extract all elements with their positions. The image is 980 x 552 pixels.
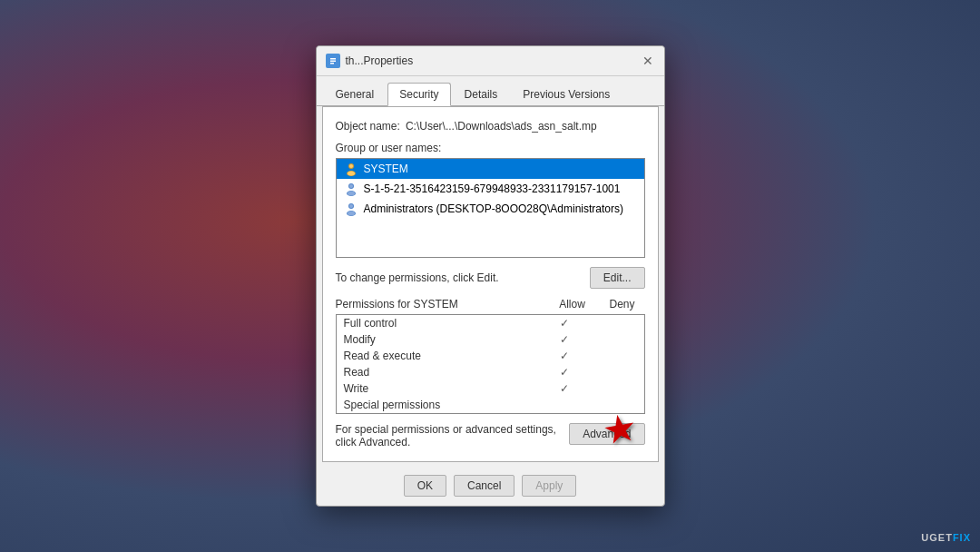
svg-point-14 [349,204,353,208]
user-list: SYSTEM S-1-5-21-3516423159-679948933-233… [336,158,645,258]
permissions-section: Permissions for SYSTEM Allow Deny Full c… [336,298,645,414]
perm-read-execute-label: Read & execute [344,350,537,362]
tab-bar: General Security Details Previous Versio… [317,76,664,106]
perm-row-read: Read ✓ [337,364,644,380]
svg-point-10 [349,184,353,188]
watermark: UGETFIX [921,532,971,543]
perm-row-full-control: Full control ✓ [337,315,644,331]
permissions-header: Permissions for SYSTEM Allow Deny [336,298,645,310]
change-perms-text: To change permissions, click Edit. [336,271,499,284]
perm-row-write: Write ✓ [337,380,644,397]
tab-details[interactable]: Details [453,83,510,106]
close-button[interactable]: ✕ [639,52,657,70]
svg-point-7 [348,172,355,176]
tab-security[interactable]: Security [387,83,450,106]
perm-row-read-execute: Read & execute ✓ [337,348,644,364]
user-icon-sid [344,182,358,196]
user-icon-system [344,162,358,176]
user-icon-admin [344,202,358,216]
svg-rect-2 [330,61,336,63]
title-bar: th...Properties ✕ [317,46,664,76]
user-item-sid[interactable]: S-1-5-21-3516423159-679948933-2331179157… [337,179,644,199]
permissions-table: Full control ✓ Modify ✓ Read & execute ✓… [336,314,645,414]
advanced-text: For special permissions or advanced sett… [336,423,561,448]
title-bar-left: th...Properties [326,54,414,68]
group-label: Group or user names: [336,142,645,154]
perm-modify-label: Modify [344,333,537,346]
object-name-label: Object name: [336,120,400,133]
user-name-system: SYSTEM [364,163,408,175]
user-name-sid: S-1-5-21-3516423159-679948933-2331179157… [364,182,621,195]
watermark-prefix: UGET [921,532,953,543]
object-name-row: Object name: C:\User\...\Downloads\ads_a… [336,120,645,133]
ok-button[interactable]: OK [404,475,446,497]
advanced-button[interactable]: Advanced [569,423,644,445]
tab-previous-versions[interactable]: Previous Versions [511,83,622,106]
perm-read-label: Read [344,366,537,379]
watermark-suffix: FIX [953,532,971,543]
svg-point-6 [349,164,353,168]
edit-button[interactable]: Edit... [590,267,645,289]
tab-content: Object name: C:\User\...\Downloads\ads_a… [322,106,659,462]
user-item-system[interactable]: SYSTEM [337,159,644,179]
properties-dialog: th...Properties ✕ General Security Detai… [316,45,665,507]
tab-general[interactable]: General [324,83,387,106]
deny-header: Deny [600,298,645,310]
perm-read-execute-allow: ✓ [537,350,592,362]
user-name-admin: Administrators (DESKTOP-8OOO28Q\Administ… [364,202,624,215]
cancel-button[interactable]: Cancel [454,475,514,497]
change-perms-row: To change permissions, click Edit. Edit.… [336,267,645,289]
apply-button[interactable]: Apply [522,475,576,497]
perm-row-modify: Modify ✓ [337,331,644,348]
perm-write-label: Write [344,382,537,395]
perm-row-special: Special permissions [337,397,644,413]
perm-read-allow: ✓ [537,366,592,379]
dialog-footer: OK Cancel Apply [317,468,664,506]
object-name-value: C:\User\...\Downloads\ads_asn_salt.mp [406,120,645,133]
user-item-admin[interactable]: Administrators (DESKTOP-8OOO28Q\Administ… [337,199,644,219]
perm-full-control-label: Full control [344,317,537,330]
perm-modify-allow: ✓ [537,333,592,346]
perm-write-allow: ✓ [537,382,592,395]
svg-point-15 [348,212,355,216]
perm-special-label: Special permissions [344,399,537,411]
svg-point-11 [348,192,355,196]
perm-full-control-allow: ✓ [537,317,592,330]
advanced-row: For special permissions or advanced sett… [336,423,645,448]
dialog-title: th...Properties [346,54,414,67]
svg-rect-3 [330,63,334,64]
allow-header: Allow [545,298,600,310]
svg-rect-1 [330,58,336,60]
permissions-for-label: Permissions for SYSTEM [336,298,545,310]
dialog-icon [326,54,340,68]
